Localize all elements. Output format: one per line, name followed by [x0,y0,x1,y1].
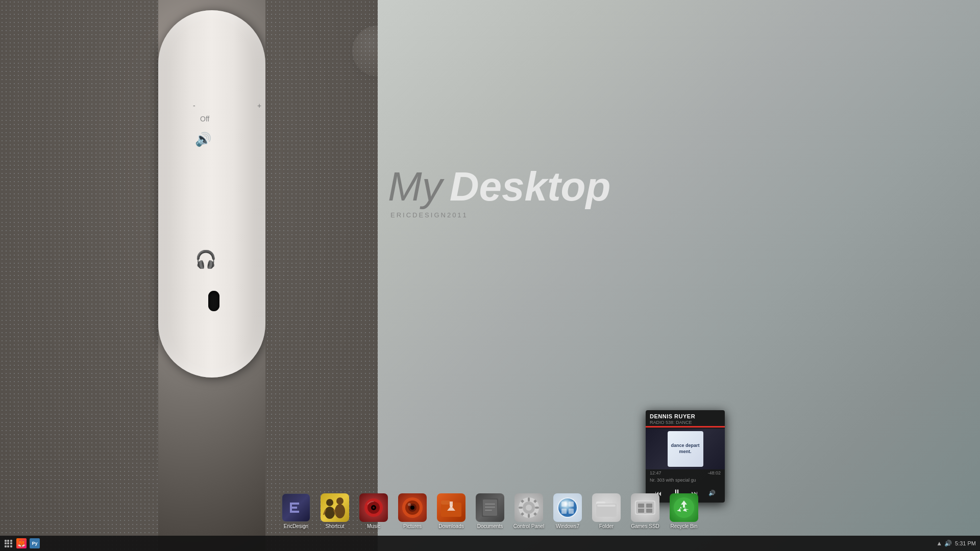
controlpanel-label: Control Panel [513,523,545,529]
tray-chevron[interactable]: ▲ [936,540,942,547]
documents-icon [476,493,504,522]
downloads-icon [437,493,465,522]
title-my: My [388,163,443,210]
svg-point-4 [326,499,333,506]
svg-rect-53 [638,509,644,513]
media-time-elapsed: 12:47 [650,470,662,475]
games-icon [631,493,659,522]
dock: EricDesign Shortcut [272,489,708,533]
media-red-bar [646,426,725,428]
svg-rect-32 [519,507,523,509]
svg-point-6 [336,497,344,505]
dock-item-controlpanel[interactable]: Control Panel [510,493,547,529]
desktop: - + Off 🔊 🎧 My Desktop ERICDESIGN2011 DE… [0,0,980,551]
svg-rect-48 [597,505,616,507]
dock-item-folder[interactable]: Folder [588,493,625,529]
python-icon: Py [30,538,40,548]
speaker-body: - + Off 🔊 🎧 [158,10,265,378]
album-art-image: dance depart ment. [668,431,703,467]
speaker-grille-right [265,0,378,551]
desktop-subtitle: ERICDESIGN2011 [388,211,610,219]
album-label: dance depart ment. [670,443,701,455]
svg-point-38 [526,505,532,511]
pictures-icon [398,493,427,522]
dock-item-windows7[interactable]: Windows7 [549,493,586,529]
minus-label: - [193,102,195,110]
start-button[interactable] [2,537,14,549]
svg-point-17 [410,506,414,510]
svg-rect-41 [561,502,567,507]
svg-rect-54 [646,509,652,513]
plus-label: + [257,102,261,110]
svg-rect-51 [638,504,644,508]
svg-rect-22 [450,502,453,507]
recycle-icon [670,493,698,522]
svg-rect-1 [290,503,299,505]
dock-item-documents[interactable]: Documents [472,493,508,529]
svg-point-13 [373,507,375,509]
windows7-label: Windows7 [556,523,579,529]
music-icon [359,493,388,522]
media-time-row: 12:47 -48:02 [646,469,725,477]
svg-rect-2 [290,507,297,509]
audio-jack [208,291,219,311]
svg-rect-31 [528,514,530,518]
documents-label: Documents [477,523,503,529]
firefox-icon: 🦊 [16,538,27,548]
downloads-label: Downloads [438,523,463,529]
dock-item-pictures[interactable]: Pictures [394,493,431,529]
svg-rect-26 [485,507,495,508]
music-label: Music [367,523,380,529]
media-description: Nr. 303 with special gu [646,477,725,485]
taskbar-right: ▲ 🔊 5:31 PM [932,540,980,547]
speaker-grille-left [0,0,158,551]
windows7-icon [553,493,582,522]
media-album-art: dance depart ment. [646,429,725,469]
svg-rect-3 [290,511,299,513]
dock-item-music[interactable]: Music [355,493,392,529]
svg-rect-27 [485,510,492,511]
headphone-icon: 🎧 [195,249,216,269]
svg-rect-43 [561,509,567,514]
svg-rect-30 [528,497,530,502]
dock-item-shortcut[interactable]: Shortcut [316,493,353,529]
svg-rect-44 [569,509,574,514]
title-desktop: Desktop [450,163,611,210]
tray-volume[interactable]: 🔊 [944,540,952,547]
svg-rect-25 [485,504,495,505]
dock-item-games[interactable]: Games SSD [627,493,664,529]
shortcut-label: Shortcut [325,523,344,529]
off-label: Off [200,115,209,123]
svg-point-5 [325,507,335,519]
dock-item-downloads[interactable]: Downloads [433,493,470,529]
dock-item-recycle[interactable]: Recycle Bin [666,493,702,529]
media-station: RADIO 538: DANCE [650,420,721,425]
svg-rect-20 [441,500,450,505]
svg-point-7 [335,504,345,518]
python-taskbar-button[interactable]: Py [29,537,41,549]
grid-icon [5,540,12,547]
system-tray: ▲ 🔊 [936,540,952,547]
svg-rect-33 [535,507,539,509]
background-left: - + Off 🔊 🎧 [0,0,378,551]
media-player-widget: DENNIS RUYER RADIO 538: DANCE dance depa… [646,410,725,503]
recycle-label: Recycle Bin [671,523,698,529]
svg-rect-52 [646,504,652,508]
games-label: Games SSD [631,523,659,529]
folder-label: Folder [599,523,614,529]
speaker-volume-icon: 🔊 [195,132,211,147]
taskbar: 🦊 Py ▲ 🔊 5:31 PM [0,536,980,551]
dock-item-ericdesign[interactable]: EricDesign [278,493,314,529]
controlpanel-icon [514,493,543,522]
media-header: DENNIS RUYER RADIO 538: DANCE [646,410,725,426]
taskbar-time: 5:31 PM [955,540,976,546]
shortcut-icon [321,493,349,522]
taskbar-left: 🦊 Py [0,537,43,549]
media-artist: DENNIS RUYER [650,413,721,419]
desktop-title: My Desktop ERICDESIGN2011 [388,163,610,219]
media-time-total: -48:02 [707,470,721,475]
svg-rect-42 [569,502,574,507]
media-volume-button[interactable]: 🔊 [707,489,717,497]
firefox-taskbar-button[interactable]: 🦊 [15,537,28,549]
svg-point-40 [558,498,577,517]
